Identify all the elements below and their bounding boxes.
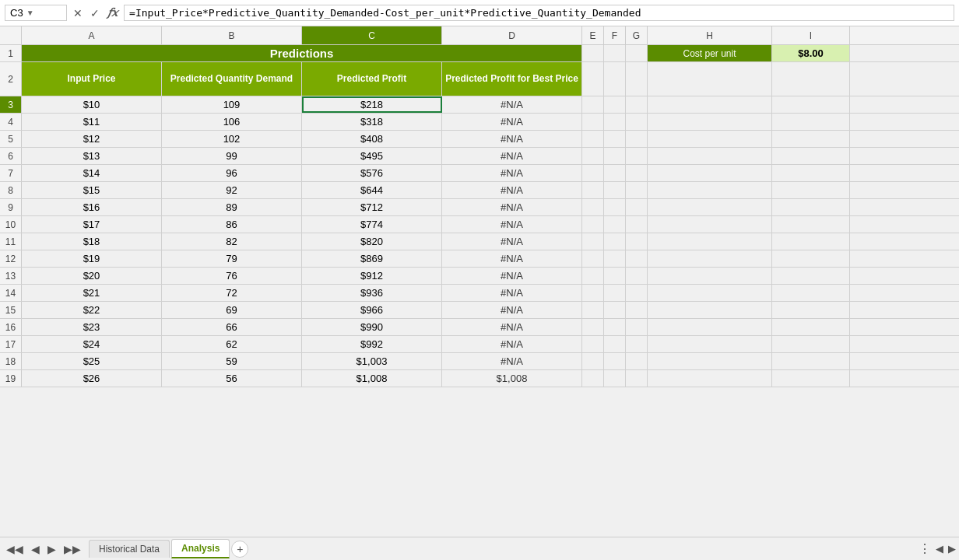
- cell-16-a[interactable]: $23: [22, 319, 162, 335]
- cell-7-g[interactable]: [626, 165, 648, 181]
- cell-6-f[interactable]: [604, 148, 626, 164]
- cell-14-f[interactable]: [604, 285, 626, 301]
- cell-11-h[interactable]: [648, 233, 772, 250]
- cell-11-g[interactable]: [626, 233, 648, 250]
- cell-6-b[interactable]: 99: [162, 148, 302, 164]
- col-header-b[interactable]: B: [162, 26, 302, 44]
- cell-8-h[interactable]: [648, 182, 772, 198]
- cell-19-b[interactable]: 56: [162, 370, 302, 387]
- cell-5-a[interactable]: $12: [22, 131, 162, 147]
- cell-1e[interactable]: [582, 45, 604, 61]
- cost-per-unit-label[interactable]: Cost per unit: [648, 45, 772, 61]
- cell-10-b[interactable]: 86: [162, 216, 302, 233]
- cell-19-e[interactable]: [582, 370, 604, 387]
- cell-3-f[interactable]: [604, 96, 626, 113]
- cost-per-unit-value[interactable]: $8.00: [772, 45, 850, 61]
- cell-4-f[interactable]: [604, 114, 626, 130]
- cell-17-i[interactable]: [772, 336, 850, 352]
- cell-19-d[interactable]: $1,008: [442, 370, 582, 387]
- cell-7-h[interactable]: [648, 165, 772, 181]
- cell-5-i[interactable]: [772, 131, 850, 147]
- cell-10-i[interactable]: [772, 216, 850, 233]
- cell-17-h[interactable]: [648, 336, 772, 352]
- cell-15-d[interactable]: #N/A: [442, 302, 582, 318]
- cell-16-e[interactable]: [582, 319, 604, 335]
- cell-18-a[interactable]: $25: [22, 353, 162, 369]
- cell-8-d[interactable]: #N/A: [442, 182, 582, 198]
- cell-11-b[interactable]: 82: [162, 233, 302, 250]
- cell-3-d[interactable]: #N/A: [442, 96, 582, 113]
- cell-8-f[interactable]: [604, 182, 626, 198]
- cell-12-h[interactable]: [648, 250, 772, 267]
- cell-11-i[interactable]: [772, 233, 850, 250]
- cell-16-i[interactable]: [772, 319, 850, 335]
- cell-15-f[interactable]: [604, 302, 626, 318]
- col-header-d[interactable]: D: [442, 26, 582, 44]
- header-input-price[interactable]: Input Price: [22, 62, 162, 96]
- cell-3-b[interactable]: 109: [162, 96, 302, 113]
- cell-6-d[interactable]: #N/A: [442, 148, 582, 164]
- cell-9-d[interactable]: #N/A: [442, 199, 582, 215]
- cell-2f[interactable]: [604, 62, 626, 96]
- cell-13-h[interactable]: [648, 268, 772, 284]
- cell-19-g[interactable]: [626, 370, 648, 387]
- col-header-h[interactable]: H: [648, 26, 772, 44]
- cell-16-f[interactable]: [604, 319, 626, 335]
- cell-6-e[interactable]: [582, 148, 604, 164]
- cell-8-c[interactable]: $644: [302, 182, 442, 198]
- cell-13-e[interactable]: [582, 268, 604, 284]
- tab-nav-last[interactable]: ▶▶: [61, 541, 84, 557]
- tab-scroll-left[interactable]: ◀: [936, 543, 943, 555]
- cell-10-d[interactable]: #N/A: [442, 216, 582, 233]
- cell-ref-chevron[interactable]: ▼: [26, 9, 34, 17]
- col-header-c[interactable]: C: [302, 26, 442, 44]
- cell-2h[interactable]: [648, 62, 772, 96]
- cell-13-f[interactable]: [604, 268, 626, 284]
- cell-10-f[interactable]: [604, 216, 626, 233]
- cell-4-c[interactable]: $318: [302, 114, 442, 130]
- cell-4-e[interactable]: [582, 114, 604, 130]
- cell-15-g[interactable]: [626, 302, 648, 318]
- cell-15-b[interactable]: 69: [162, 302, 302, 318]
- cell-16-c[interactable]: $990: [302, 319, 442, 335]
- cell-16-b[interactable]: 66: [162, 319, 302, 335]
- cell-7-f[interactable]: [604, 165, 626, 181]
- cell-5-b[interactable]: 102: [162, 131, 302, 147]
- cell-4-b[interactable]: 106: [162, 114, 302, 130]
- cell-13-c[interactable]: $912: [302, 268, 442, 284]
- col-header-a[interactable]: A: [22, 26, 162, 44]
- cell-17-b[interactable]: 62: [162, 336, 302, 352]
- cell-18-h[interactable]: [648, 353, 772, 369]
- cell-6-g[interactable]: [626, 148, 648, 164]
- cell-17-d[interactable]: #N/A: [442, 336, 582, 352]
- header-qty-demand[interactable]: Predicted Quantity Demand: [162, 62, 302, 96]
- predictions-title[interactable]: Predictions: [22, 45, 582, 61]
- cell-5-e[interactable]: [582, 131, 604, 147]
- cell-11-a[interactable]: $18: [22, 233, 162, 250]
- cell-11-d[interactable]: #N/A: [442, 233, 582, 250]
- cell-9-c[interactable]: $712: [302, 199, 442, 215]
- cell-8-e[interactable]: [582, 182, 604, 198]
- cell-5-f[interactable]: [604, 131, 626, 147]
- cell-4-i[interactable]: [772, 114, 850, 130]
- cell-10-g[interactable]: [626, 216, 648, 233]
- cell-17-g[interactable]: [626, 336, 648, 352]
- cell-1f[interactable]: [604, 45, 626, 61]
- cell-14-a[interactable]: $21: [22, 285, 162, 301]
- cell-7-b[interactable]: 96: [162, 165, 302, 181]
- cell-7-i[interactable]: [772, 165, 850, 181]
- cell-17-c[interactable]: $992: [302, 336, 442, 352]
- cell-9-i[interactable]: [772, 199, 850, 215]
- cell-12-d[interactable]: #N/A: [442, 250, 582, 267]
- cell-14-b[interactable]: 72: [162, 285, 302, 301]
- cell-13-d[interactable]: #N/A: [442, 268, 582, 284]
- cell-14-e[interactable]: [582, 285, 604, 301]
- cell-10-c[interactable]: $774: [302, 216, 442, 233]
- tab-add-button[interactable]: +: [231, 541, 248, 558]
- col-header-g[interactable]: G: [626, 26, 648, 44]
- cell-19-f[interactable]: [604, 370, 626, 387]
- tab-nav-prev[interactable]: ◀: [28, 541, 43, 557]
- cell-12-g[interactable]: [626, 250, 648, 267]
- cell-15-h[interactable]: [648, 302, 772, 318]
- cell-7-d[interactable]: #N/A: [442, 165, 582, 181]
